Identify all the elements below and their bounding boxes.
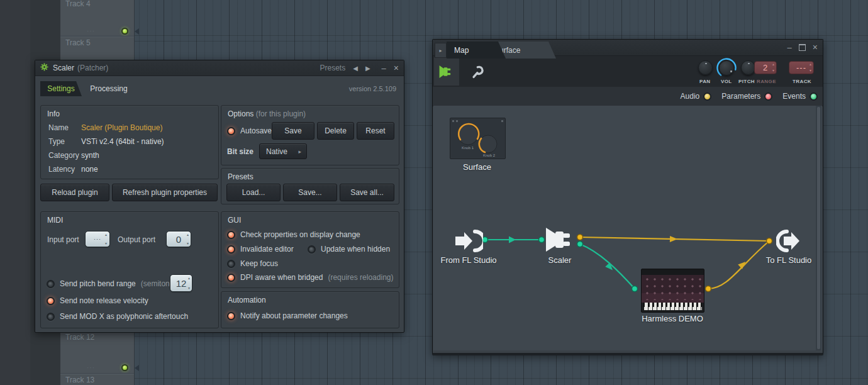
presets-label[interactable]: Presets (320, 64, 345, 72)
gui-group: GUI Check properties on display change I… (221, 211, 399, 288)
port-audio-out[interactable] (577, 235, 583, 240)
scaler-titlebar[interactable]: Scaler (Patcher) Presets ◀ ▶ – × (35, 60, 404, 76)
option-row: Send MOD X as polyphonic aftertouch (47, 312, 188, 321)
tab-settings[interactable]: Settings (40, 81, 82, 96)
preset-next-icon[interactable]: ▶ (365, 64, 370, 72)
option-row: Notify about parameter changes (227, 311, 348, 320)
update-when-hidden-label: Update when hidden (321, 245, 390, 254)
output-port-spinner[interactable]: 0 ▴▾ (166, 231, 191, 247)
load-preset-button[interactable]: Load... (226, 184, 281, 201)
save-preset-button[interactable]: Save... (283, 184, 337, 201)
options-group: Options (for this plugin) Autosave Save … (221, 105, 399, 165)
keep-focus-label: Keep focus (240, 259, 278, 268)
note-release-led[interactable] (47, 297, 55, 305)
info-value-type: VSTi v2.4 (64bit - native) (81, 137, 164, 146)
keep-focus-led[interactable] (227, 260, 235, 268)
legend-events[interactable]: Events (782, 92, 818, 101)
patcher-toolbar: 2 ▴▾ --- ▴▾ PAN VOL PITCH RANGE TRACK (433, 56, 823, 87)
connection-legend: Audio Parameters Events (681, 87, 818, 106)
pitch-bend-led[interactable] (47, 280, 55, 288)
port-events-in[interactable] (632, 286, 638, 292)
plugin-picker-button[interactable] (434, 57, 459, 86)
spinner-arrows-icon[interactable]: ▴▾ (187, 233, 189, 245)
automation-group-title: Automation (228, 296, 266, 304)
close-icon[interactable]: × (394, 64, 399, 72)
info-label: Latency (48, 165, 75, 174)
tab-overflow-button[interactable]: ▸ (435, 43, 447, 58)
preset-prev-icon[interactable]: ◀ (353, 64, 358, 72)
output-port-label: Output port (118, 235, 155, 244)
patcher-canvas[interactable]: Knob 1 Knob 2 Surface (433, 106, 822, 350)
port-audio-out[interactable] (706, 286, 711, 292)
info-group-title: Info (47, 109, 60, 118)
harmless-node-label: Harmless DEMO (638, 314, 707, 323)
legend-audio[interactable]: Audio (681, 92, 712, 101)
minimize-icon[interactable]: – (787, 43, 792, 52)
from-fl-studio-node-label: From FL Studio (440, 255, 498, 265)
pitch-range-value: 2 (763, 63, 768, 72)
port-events-out[interactable] (577, 242, 583, 247)
option-row: Keep focus (227, 259, 278, 268)
update-when-hidden-led[interactable] (308, 245, 316, 254)
bit-size-dropdown[interactable]: Native ▸ (259, 143, 307, 159)
spinner-arrows-icon[interactable]: ▴▾ (188, 276, 190, 290)
window-subtitle: (Patcher) (77, 64, 108, 72)
tab-map[interactable]: Map (447, 42, 506, 59)
track-mute-led[interactable] (121, 364, 128, 371)
track-header[interactable]: Track 12 (65, 333, 94, 342)
dropdown-arrow-icon: ▸ (298, 148, 301, 155)
reload-plugin-button[interactable]: Reload plugin (40, 184, 109, 201)
spinner-arrows-icon[interactable]: ▴▾ (105, 233, 108, 245)
parameters-led[interactable] (764, 92, 772, 101)
info-value-name: Scaler (Plugin Boutique) (81, 123, 162, 132)
refresh-plugin-properties-button[interactable]: Refresh plugin properties (112, 184, 218, 201)
notify-parameter-led[interactable] (227, 312, 235, 320)
audio-led[interactable] (703, 92, 711, 101)
window-title: Scaler (53, 64, 74, 72)
pitch-range-display[interactable]: 2 ▴▾ (754, 61, 777, 74)
delete-button[interactable]: Delete (317, 122, 354, 140)
maximize-icon[interactable] (799, 44, 806, 51)
vol-knob[interactable] (719, 60, 734, 75)
port-audio-in[interactable] (767, 238, 772, 244)
minimize-icon[interactable]: – (382, 64, 386, 72)
close-icon[interactable]: × (813, 43, 818, 52)
track-display[interactable]: --- ▴▾ (789, 61, 814, 74)
autosave-led[interactable] (227, 127, 235, 135)
options-group-title: Options (for this plugin) (228, 109, 306, 118)
from-fl-studio-node-icon[interactable] (455, 229, 483, 253)
legend-parameters[interactable]: Parameters (721, 92, 772, 101)
automation-group: Automation Notify about parameter change… (221, 291, 399, 328)
track-mute-led[interactable] (121, 28, 128, 35)
invalidate-editor-led[interactable] (227, 245, 235, 254)
dpi-aware-led[interactable] (227, 274, 235, 282)
mod-x-led[interactable] (47, 313, 55, 321)
port-events-in[interactable] (539, 237, 545, 243)
track-header[interactable]: Track 4 (65, 0, 91, 8)
check-properties-led[interactable] (227, 231, 235, 239)
wrench-icon[interactable] (470, 64, 484, 79)
vol-label: VOL (721, 79, 732, 84)
pan-knob[interactable] (698, 60, 713, 75)
note-release-label: Send note release velocity (60, 296, 148, 305)
track-overflow-dots: ··· (87, 364, 95, 371)
track-header[interactable]: Track 13 (65, 376, 94, 384)
patcher-connections (433, 106, 822, 350)
save-button[interactable]: Save (272, 122, 314, 140)
check-properties-label: Check properties on display change (240, 230, 360, 239)
save-all-presets-button[interactable]: Save all... (340, 184, 394, 201)
reset-button[interactable]: Reset (357, 122, 394, 140)
autosave-label: Autosave (240, 126, 272, 135)
pitch-bend-range-spinner[interactable]: 12 ▴▾ (170, 274, 192, 292)
canvas-scrollbar-thumb[interactable] (817, 107, 820, 349)
harmless-node-thumbnail[interactable] (641, 269, 704, 313)
tab-processing[interactable]: Processing (87, 81, 131, 96)
events-led[interactable] (810, 92, 818, 101)
canvas-scrollbar[interactable] (816, 106, 821, 350)
track-header[interactable]: Track 5 (65, 38, 91, 47)
pitch-knob[interactable] (741, 60, 755, 75)
to-fl-studio-node-icon[interactable] (776, 229, 801, 253)
scaler-node-icon[interactable] (545, 226, 576, 254)
track-separator (60, 373, 134, 374)
input-port-spinner[interactable]: ··· ▴▾ (85, 231, 110, 247)
